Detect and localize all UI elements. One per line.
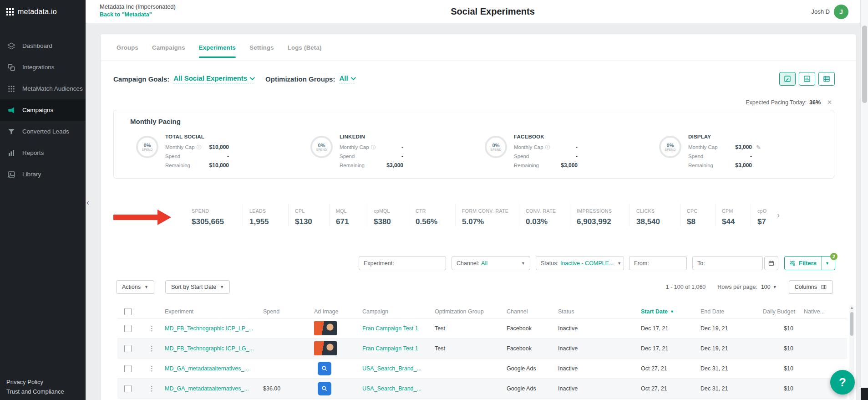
calendar-button[interactable] [764, 256, 778, 270]
columns-button[interactable]: Columns [789, 280, 833, 294]
from-date-input[interactable]: From: [629, 256, 687, 270]
header-campaign[interactable]: Campaign [359, 305, 431, 318]
campaign-link[interactable]: USA_Search_Brand_... [359, 359, 431, 378]
info-icon[interactable]: ⓘ [545, 144, 550, 150]
page-title: Social Experiments [451, 6, 535, 17]
experiment-link[interactable]: MD_GA_metadataalternatives_... [161, 359, 259, 378]
tab-logs-beta[interactable]: Logs (Beta) [288, 34, 322, 61]
header-optimization-group[interactable]: Optimization Group [431, 305, 503, 318]
sidebar-item-campaigns[interactable]: Campaigns [0, 99, 86, 121]
row-menu-icon[interactable]: ⋮ [141, 324, 155, 333]
scroll-up-arrow-icon[interactable]: ▲ [849, 305, 854, 311]
experiment-link[interactable]: MD_FB_Technographic ICP_LP_... [161, 318, 259, 338]
channel-cell: Facebook [503, 338, 554, 358]
header-native[interactable]: Native... [800, 305, 847, 318]
remaining-label: Remaining [514, 161, 539, 170]
campaign-link[interactable]: Fran Campaign Test 1 [359, 338, 431, 358]
create-experiment-button[interactable] [779, 72, 796, 86]
optimization-groups-dropdown[interactable]: All [339, 74, 354, 83]
sidebar-item-integrations[interactable]: Integrations [0, 56, 86, 78]
page-scrollbar[interactable] [860, 0, 868, 400]
header-daily-budget[interactable]: Daily Budget [759, 305, 800, 318]
campaign-link[interactable]: Fran Campaign Test 1 [359, 318, 431, 338]
header-spend[interactable]: Spend [259, 305, 310, 318]
logo[interactable]: metadata.io [0, 0, 86, 23]
optimization-group-cell [431, 359, 503, 378]
row-menu-icon[interactable]: ⋮ [141, 344, 155, 353]
status-filter-label: Status: [541, 260, 558, 267]
sidebar-item-converted-leads[interactable]: Converted Leads [0, 121, 86, 142]
status-filter-select[interactable]: Status: Inactive - COMPLE... ▼ [536, 256, 624, 270]
header-experiment[interactable]: Experiment [161, 305, 259, 318]
pacing-group-total-social: 0% SPEND TOTAL SOCIAL Monthly Capⓘ$10,00… [136, 132, 310, 170]
campaign-link[interactable]: USA_Search_Brand_... [359, 379, 431, 398]
tab-groups[interactable]: Groups [117, 34, 138, 61]
tab-settings[interactable]: Settings [249, 34, 274, 61]
spend-cell: $36.00 [259, 379, 310, 398]
header-end-date[interactable]: End Date [697, 305, 759, 318]
row-checkbox[interactable] [124, 385, 132, 392]
experiment-link[interactable]: MD_GA_metadataalternatives_... [161, 379, 259, 398]
stats-row: SPEND$305,665 LEADS1,955 CPL$130 MQL671 … [185, 204, 780, 226]
sidebar-nav: Dashboard Integrations MetaMatch Audienc… [0, 23, 86, 185]
sidebar-item-metamatch-audiences[interactable]: MetaMatch Audiences [0, 78, 86, 99]
monthly-cap-value: - [576, 143, 578, 152]
native-cell [800, 338, 847, 358]
pacing-groups: 0% SPEND TOTAL SOCIAL Monthly Capⓘ$10,00… [136, 132, 833, 170]
select-all-checkbox[interactable] [124, 308, 132, 315]
page-scrollbar-thumb[interactable] [862, 26, 867, 103]
monthly-cap-label: Monthly Capⓘ [165, 143, 202, 152]
edit-monthly-cap-icon[interactable]: ✎ [756, 143, 761, 152]
channel-filter-select[interactable]: Channel: All ▼ [452, 256, 530, 270]
help-button[interactable]: ? [830, 370, 855, 395]
actions-button-label: Actions [122, 284, 141, 290]
table-view-button[interactable] [818, 72, 835, 86]
header-ad-image[interactable]: Ad Image [310, 305, 359, 318]
filters-button[interactable]: Filters ▼ 2 [784, 256, 835, 270]
row-checkbox[interactable] [124, 325, 132, 332]
header-status[interactable]: Status [554, 305, 637, 318]
stat-leads: LEADS1,955 [243, 204, 288, 226]
sidebar-item-reports[interactable]: Reports [0, 142, 86, 164]
row-checkbox[interactable] [124, 365, 132, 372]
rows-per-page-select[interactable]: 100 ▼ [761, 284, 777, 290]
experiment-link[interactable]: MD_FB_Technographic ICP_LG_... [161, 338, 259, 358]
info-icon[interactable]: ⓘ [371, 144, 376, 150]
row-checkbox[interactable] [124, 345, 132, 352]
trust-compliance-link[interactable]: Trust and Compliance [6, 387, 64, 396]
row-menu-icon[interactable]: ⋮ [141, 385, 155, 393]
campaign-goals-dropdown[interactable]: All Social Experiments [173, 74, 254, 83]
tab-experiments[interactable]: Experiments [199, 34, 236, 61]
pacing-group-name: LINKEDIN [340, 134, 408, 139]
chart-view-button[interactable] [799, 72, 815, 86]
sidebar-item-dashboard[interactable]: Dashboard [0, 35, 86, 56]
main-panel: Groups Campaigns Experiments Settings Lo… [101, 34, 856, 400]
table-row: ⋮ MD_FB_Technographic ICP_LP_... Fran Ca… [117, 318, 847, 338]
row-menu-icon[interactable]: ⋮ [141, 364, 155, 373]
back-to-metadata-link[interactable]: Back to "Metadata" [100, 11, 152, 18]
tab-campaigns[interactable]: Campaigns [152, 34, 185, 61]
close-icon[interactable]: ✕ [827, 99, 832, 106]
experiment-filter-input[interactable]: Experiment: [359, 256, 446, 270]
chevron-right-icon[interactable]: › [777, 210, 780, 220]
experiment-filter-label: Experiment: [364, 260, 394, 267]
sidebar-item-library[interactable]: Library [0, 164, 86, 185]
google-search-ad-thumbnail[interactable] [318, 362, 331, 375]
sort-by-button[interactable]: Sort by Start Date ▼ [165, 280, 230, 294]
google-search-ad-thumbnail[interactable] [318, 382, 331, 395]
photo-ad-thumbnail[interactable] [314, 321, 337, 335]
privacy-policy-link[interactable]: Privacy Policy [6, 377, 64, 387]
gauge-percent: 0% [492, 143, 500, 148]
photo-ad-thumbnail[interactable] [314, 341, 337, 355]
header-start-date[interactable]: Start Date▼ [637, 305, 697, 318]
pacing-group-name: TOTAL SOCIAL [165, 134, 233, 139]
avatar[interactable]: J [834, 5, 848, 19]
info-icon[interactable]: ⓘ [197, 144, 202, 150]
header-channel[interactable]: Channel [503, 305, 554, 318]
table-scrollbar-thumb[interactable] [850, 312, 853, 336]
sidebar-collapse-chevron[interactable]: ‹ [86, 197, 94, 208]
optimization-group-cell: Test [431, 338, 503, 358]
actions-button[interactable]: Actions ▼ [116, 280, 154, 294]
to-date-input[interactable]: To: [692, 256, 763, 270]
view-buttons [779, 72, 835, 86]
